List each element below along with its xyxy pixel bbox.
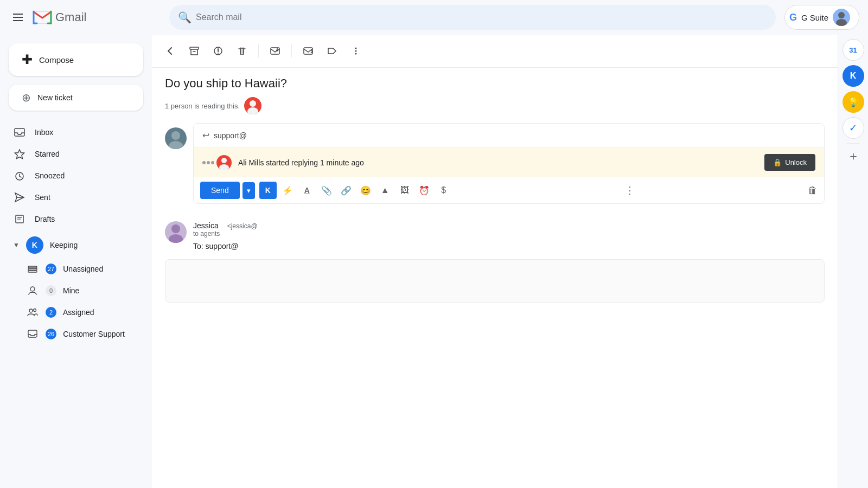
svg-rect-15 (28, 266, 37, 268)
bolt-button[interactable]: ⚡ (279, 182, 296, 199)
svg-rect-7 (15, 129, 24, 136)
spam-button[interactable] (208, 41, 228, 61)
tasks-icon[interactable]: 💡 (843, 91, 864, 113)
inbox-sub-icon (26, 328, 39, 341)
sidebar-item-unassigned[interactable]: 27 Unassigned (0, 258, 143, 280)
search-icon: 🔍 (178, 11, 192, 24)
back-button[interactable] (161, 41, 180, 61)
assigned-badge: 2 (46, 307, 56, 318)
jessica-avatar (165, 221, 187, 243)
keeping-section-header[interactable]: ▼ K Keeping (0, 232, 143, 258)
sidebar-item-mine[interactable]: 0 Mine (0, 280, 143, 301)
topbar-right: G G Suite (784, 5, 859, 30)
search-input[interactable] (196, 12, 767, 22)
reply-header: ↩ support@ (194, 124, 824, 147)
keeping-section-label: Keeping (50, 241, 78, 249)
move-to-button[interactable] (298, 41, 318, 61)
reply-toolbar: Send ▾ K ⚡ A 📎 🔗 😊 ▲ 🖼 ⏰ $ (194, 177, 824, 203)
send-button[interactable]: Send (200, 182, 240, 199)
gsuite-g-icon: G (789, 12, 797, 23)
svg-point-19 (29, 309, 33, 312)
reply-icon: ↩ (202, 130, 209, 140)
keeping-right-icon[interactable]: K (843, 65, 864, 87)
chevron-down-icon: ▼ (13, 241, 20, 249)
gmail-m-icon (31, 9, 53, 25)
sidebar-item-snoozed[interactable]: Snoozed (0, 165, 143, 187)
format-text-button[interactable]: A (298, 182, 316, 199)
mark-unread-button[interactable] (265, 41, 285, 61)
drive-button[interactable]: ▲ (376, 182, 394, 199)
unlock-button[interactable]: 🔒 Unlock (764, 154, 815, 171)
label-button[interactable] (322, 41, 342, 61)
sidebar-item-assigned[interactable]: 2 Assigned (0, 301, 143, 323)
svg-point-37 (250, 100, 256, 107)
add-widget-button[interactable]: ＋ (847, 148, 859, 164)
dot-3 (211, 161, 214, 164)
gsuite-button[interactable]: G G Suite (784, 5, 859, 30)
reply-to-field[interactable]: support@ (214, 131, 815, 140)
inbox-icon (13, 127, 26, 138)
reply-discard-button[interactable]: 🗑 (808, 185, 818, 196)
compose-button[interactable]: ✚ Compose (9, 43, 143, 76)
compose-plus-icon: ✚ (22, 52, 33, 67)
sidebar-inbox-label: Inbox (35, 128, 135, 137)
send-dropdown-button[interactable]: ▾ (242, 182, 255, 199)
svg-point-38 (247, 107, 258, 114)
reply-more-button[interactable]: ⋮ (625, 184, 635, 196)
sidebar-starred-label: Starred (35, 150, 135, 158)
customer-support-badge: 26 (46, 329, 56, 339)
svg-point-36 (355, 53, 357, 55)
svg-rect-31 (271, 48, 279, 54)
menu-icon[interactable] (9, 9, 27, 25)
sender-to-label: to agents (193, 230, 825, 237)
sidebar-snoozed-label: Snoozed (35, 171, 135, 180)
dollar-button[interactable]: $ (435, 182, 452, 199)
sidebar-item-customer-support[interactable]: 26 Customer Support (0, 323, 143, 345)
svg-rect-22 (190, 47, 199, 49)
keeping-send-button[interactable]: K (259, 182, 277, 199)
toolbar-separator-2 (291, 44, 292, 57)
dot-2 (207, 161, 210, 164)
attach-button[interactable]: 📎 (318, 182, 335, 199)
email-body-box (165, 259, 825, 303)
sender-name: Jessica (193, 221, 219, 230)
sidebar-item-sent[interactable]: Sent (0, 187, 143, 208)
image-button[interactable]: 🖼 (396, 182, 413, 199)
collision-avatars (202, 155, 232, 170)
topbar: Gmail 🔍 G G Suite (0, 0, 868, 35)
delete-button[interactable] (232, 41, 252, 61)
checkmark-icon[interactable]: ✓ (843, 117, 864, 139)
sidebar-item-inbox[interactable]: Inbox (0, 121, 143, 143)
new-ticket-label: New ticket (37, 93, 73, 102)
calendar-icon[interactable]: 31 (843, 39, 864, 61)
svg-point-39 (171, 131, 180, 140)
draft-icon (13, 214, 26, 224)
topbar-left: Gmail (9, 9, 161, 25)
new-ticket-button[interactable]: ⊕ New ticket (9, 85, 143, 111)
compose-label: Compose (39, 55, 74, 65)
collision-text: Ali Mills started replying 1 minute ago (238, 158, 758, 167)
archive-button[interactable] (184, 41, 204, 61)
lock-icon: 🔒 (773, 158, 782, 166)
emoji-button[interactable]: 😊 (357, 182, 374, 199)
link-button[interactable]: 🔗 (337, 182, 355, 199)
sidebar-sent-label: Sent (35, 193, 135, 202)
main-layout: ✚ Compose ⊕ New ticket Inbox Starred (0, 35, 868, 488)
more-options-button[interactable] (346, 41, 366, 61)
collision-warning: Ali Mills started replying 1 minute ago … (194, 147, 824, 177)
right-sidebar-divider (847, 143, 860, 144)
star-icon (13, 149, 26, 159)
svg-rect-16 (28, 268, 37, 270)
svg-point-42 (219, 164, 229, 170)
svg-point-26 (218, 53, 219, 54)
collision-dots (202, 161, 214, 164)
svg-rect-21 (28, 330, 37, 337)
svg-point-34 (355, 48, 357, 49)
clock-button[interactable]: ⏰ (416, 182, 433, 199)
sidebar-item-starred[interactable]: Starred (0, 143, 143, 165)
search-bar[interactable]: 🔍 (169, 5, 776, 30)
person-icon (26, 284, 39, 297)
svg-point-5 (838, 12, 845, 18)
sidebar-item-drafts[interactable]: Drafts (0, 208, 143, 230)
send-icon (13, 192, 26, 203)
